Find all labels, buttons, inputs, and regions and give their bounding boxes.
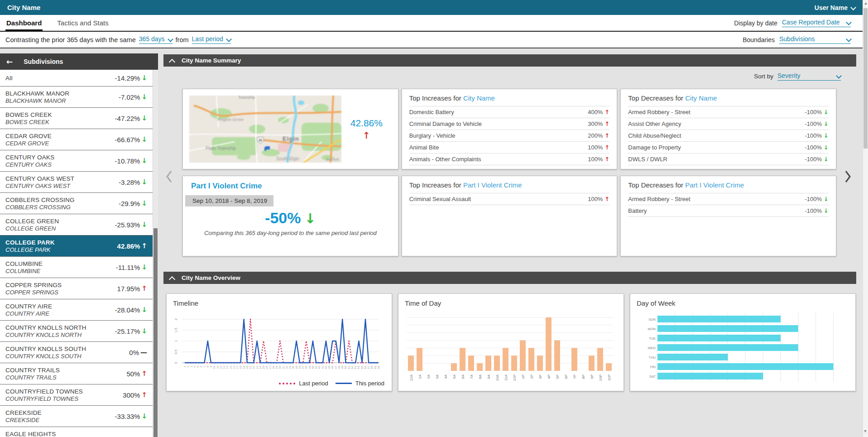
trend-down-icon: ↓ <box>824 196 829 202</box>
sort-by-select[interactable]: Severity <box>777 72 841 81</box>
back-arrow-icon[interactable]: ← <box>6 57 13 66</box>
svg-text:15: 15 <box>230 365 232 369</box>
sidebar-scrollbar[interactable] <box>153 70 158 437</box>
subdivision-row[interactable]: CEDAR GROVECEDAR GROVE-66.67%↓ <box>0 129 153 150</box>
crime-stat-row: Child Abuse/Neglect-100%↓ <box>628 130 829 142</box>
trend-up-icon: ↑ <box>141 370 147 378</box>
part1-violent-crime-link[interactable]: Part I Violent Crime <box>191 182 390 191</box>
svg-text:8P: 8P <box>581 375 585 379</box>
subdivision-row[interactable]: COLUMBINECOLUMBINE-11.11%↓ <box>0 257 153 278</box>
part1-violent-crime-link[interactable]: Part I Violent Crime <box>463 181 522 189</box>
main-content: City Name Summary Sort by Severity <box>158 48 863 437</box>
subdivision-subtitle: BOWES CREEK <box>5 119 52 125</box>
crime-percent: -100%↓ <box>805 207 829 214</box>
subdivision-row[interactable]: COUNTRYFIELD TOWNESCOUNTRYFIELD TOWNES30… <box>0 384 153 406</box>
subdivision-text: COLUMBINECOLUMBINE <box>5 260 43 274</box>
crime-type: Battery <box>628 207 647 214</box>
svg-text:53: 53 <box>354 365 357 369</box>
chevron-down-icon <box>168 36 173 42</box>
svg-text:47: 47 <box>335 365 337 369</box>
svg-text:6: 6 <box>200 365 202 367</box>
svg-text:2A: 2A <box>427 374 431 379</box>
subdivision-row[interactable]: COLLEGE GREENCOLLEGE GREEN-25.93%↓ <box>0 214 153 235</box>
page-scrollbar[interactable] <box>863 0 868 437</box>
subdivision-row[interactable]: COPPER SPRINGSCOPPER SPRINGS17.95%↑ <box>0 278 153 299</box>
trend-down-icon: ↓ <box>141 93 147 101</box>
part1-violent-crime-card: Part I Violent Crime Sep 10, 2018 - Sep … <box>182 176 398 256</box>
city-name-link[interactable]: City Name <box>463 94 495 102</box>
next-icon[interactable] <box>844 170 852 183</box>
page-scrollbar-thumb[interactable] <box>863 8 868 149</box>
svg-text:18: 18 <box>239 365 242 369</box>
top-bar: City Name User Name <box>0 0 863 15</box>
trend-down-icon: ↓ <box>304 211 316 226</box>
svg-text:27: 27 <box>269 365 272 369</box>
subdivision-row[interactable]: COUNTRY TRAILSCOUNTRY TRAILS50%↑ <box>0 363 153 384</box>
svg-text:39: 39 <box>308 365 311 369</box>
svg-text:42: 42 <box>318 365 321 369</box>
subdivision-subtitle: COBBLERS CROSSING <box>5 204 75 211</box>
sidebar-scrollbar-thumb[interactable] <box>153 228 158 437</box>
subdivision-name: COUNTRY KNOLLS SOUTH <box>5 346 86 352</box>
subdivision-percent: -11.11%↓ <box>116 263 147 271</box>
crime-percent: 100%↑ <box>588 196 609 202</box>
card-title-prefix: Top Decreases for <box>628 94 683 102</box>
boundaries-select[interactable]: Subdivisions <box>779 35 851 44</box>
subdivision-row[interactable]: CREEKSIDECREEKSIDE-33.33%↓ <box>0 406 153 427</box>
subdivision-subtitle: CENTURY OAKS <box>5 161 54 168</box>
days-select[interactable]: 365 days <box>139 35 173 44</box>
scroll-down-icon[interactable] <box>864 430 867 432</box>
subdivision-subtitle: COUNTRYFIELD TOWNES <box>5 395 83 402</box>
subdivision-row[interactable]: COUNTRY KNOLLS SOUTHCOUNTRY KNOLLS SOUTH… <box>0 342 153 363</box>
svg-text:3: 3 <box>190 365 193 367</box>
subdivision-name: COBBLERS CROSSING <box>5 197 75 203</box>
city-map[interactable]: 20 Township Pingree Grove Plato Township… <box>189 96 341 163</box>
subdivision-subtitle: COLUMBINE <box>5 268 43 274</box>
svg-text:37: 37 <box>302 365 304 369</box>
city-name-link[interactable]: City Name <box>685 94 717 102</box>
subdivision-row[interactable]: COUNTRY AIRECOUNTRY AIRE-28.04%↓ <box>0 299 153 321</box>
trend-up-icon: ↑ <box>604 156 609 163</box>
subdivision-row[interactable]: CENTURY OAKS WESTCENTURY OAKS WEST-3.28%… <box>0 172 153 193</box>
summary-section-header[interactable]: City Name Summary <box>163 54 856 67</box>
scroll-up-icon[interactable] <box>864 2 867 5</box>
display-by-date-select[interactable]: Case Reported Date <box>782 19 851 27</box>
subdivision-row[interactable]: COUNTRY KNOLLS NORTHCOUNTRY KNOLLS NORTH… <box>0 321 153 342</box>
svg-text:10: 10 <box>213 365 216 369</box>
contrast-text: Contrasting the prior 365 days with the … <box>5 36 136 43</box>
collapse-icon <box>169 276 175 282</box>
svg-text:16: 16 <box>233 365 235 369</box>
subdivision-row[interactable]: All-14.29%↓ <box>0 70 153 86</box>
svg-text:FRI: FRI <box>650 365 656 369</box>
period-select[interactable]: Last period <box>192 35 231 44</box>
svg-text:SAT: SAT <box>649 375 656 379</box>
subdivision-subtitle: BLACKHAWK MANOR <box>5 97 69 104</box>
timeline-chart: 00.511.521234567891011121314151617181920… <box>171 309 385 377</box>
subdivision-row[interactable]: COBBLERS CROSSINGCOBBLERS CROSSING-29.9%… <box>0 193 153 214</box>
svg-text:9A: 9A <box>487 374 491 379</box>
subdivision-row[interactable]: BOWES CREEKBOWES CREEK-47.22%↓ <box>0 108 153 129</box>
trend-down-icon: ↓ <box>824 207 829 214</box>
tab-dashboard[interactable]: Dashboard <box>5 15 43 31</box>
svg-text:4A: 4A <box>444 374 448 379</box>
svg-text:33: 33 <box>288 365 291 369</box>
user-menu[interactable]: User Name <box>815 4 855 11</box>
svg-text:3P: 3P <box>538 375 542 379</box>
svg-text:22: 22 <box>252 365 255 369</box>
svg-text:35: 35 <box>295 365 298 369</box>
svg-text:WED: WED <box>648 346 656 350</box>
part1-violent-crime-link[interactable]: Part I Violent Crime <box>685 181 744 189</box>
subdivision-text: COBBLERS CROSSINGCOBBLERS CROSSING <box>5 197 75 211</box>
overview-section-header[interactable]: City Name Overview <box>163 272 856 284</box>
subdivision-row[interactable]: EAGLE HEIGHTSEAGLE HEIGHTS <box>0 427 153 437</box>
subdivision-row[interactable]: COLLEGE PARKCOLLEGE PARK42.86%↑ <box>0 235 153 257</box>
subdivision-subtitle: CREEKSIDE <box>5 417 42 423</box>
tab-tactics-and-stats[interactable]: Tactics and Stats <box>56 15 109 31</box>
svg-text:21: 21 <box>249 365 252 369</box>
subdivision-text: COLLEGE GREENCOLLEGE GREEN <box>5 218 59 232</box>
subdivision-row[interactable]: CENTURY OAKSCENTURY OAKS-10.78%↓ <box>0 150 153 172</box>
subdivision-row[interactable]: BLACKHAWK MANORBLACKHAWK MANOR-7.02%↓ <box>0 86 153 108</box>
map-label: Township <box>238 96 255 100</box>
prev-icon[interactable] <box>165 170 173 183</box>
day-of-week-title: Day of Week <box>637 299 849 307</box>
